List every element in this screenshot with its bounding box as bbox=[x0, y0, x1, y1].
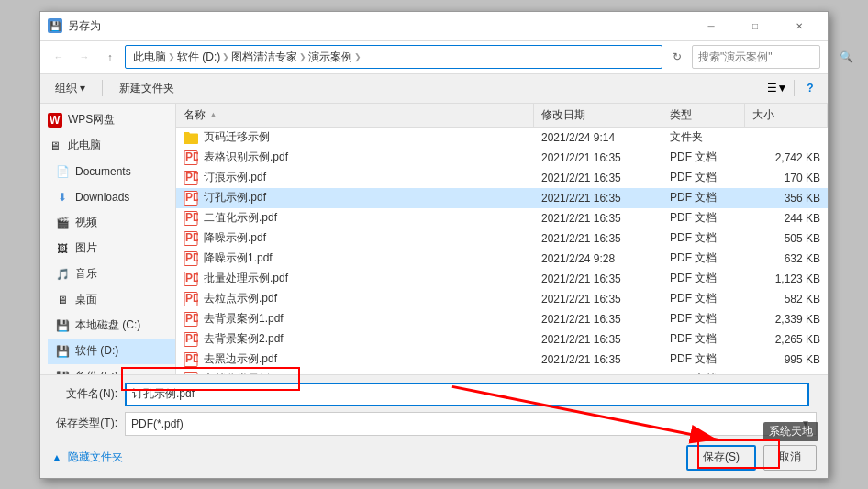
pdf-icon: PDF bbox=[184, 251, 198, 266]
table-row[interactable]: PDF 去背景案例2.pdf 2021/2/21 16:35 PDF 文档 2,… bbox=[176, 329, 828, 350]
search-box[interactable]: 🔍 bbox=[692, 45, 820, 69]
help-button[interactable]: ? bbox=[800, 78, 820, 98]
close-button[interactable]: ✕ bbox=[778, 11, 820, 40]
sidebar-label-videos: 视频 bbox=[75, 215, 97, 230]
col-header-size[interactable]: 大小 bbox=[745, 104, 828, 127]
up-button[interactable]: ↑ bbox=[99, 46, 121, 68]
sidebar-item-downloads[interactable]: ⬇ Downloads bbox=[48, 184, 175, 210]
new-folder-button[interactable]: 新建文件夹 bbox=[112, 77, 182, 99]
videos-icon: 🎬 bbox=[55, 216, 70, 230]
table-row[interactable]: 页码迁移示例 2021/2/24 9:14 文件夹 bbox=[176, 128, 828, 148]
file-name: PDF 去背景案例2.pdf bbox=[176, 329, 534, 350]
filetype-select[interactable]: PDF(*.pdf) ▼ bbox=[125, 412, 817, 436]
file-size: 2,339 KB bbox=[745, 309, 828, 329]
filename-input[interactable] bbox=[125, 383, 809, 406]
table-row[interactable]: PDF 去黑边示例.pdf 2021/2/21 16:35 PDF 文档 995… bbox=[176, 350, 828, 370]
table-row[interactable]: PDF 订孔示例.pdf 2021/2/21 16:35 PDF 文档 356 … bbox=[176, 188, 828, 208]
pdf-icon: PDF bbox=[184, 171, 198, 185]
file-name: PDF 去黑边示例.pdf bbox=[176, 350, 534, 370]
maximize-button[interactable]: □ bbox=[734, 11, 776, 40]
hide-files-label: 隐藏文件夹 bbox=[68, 450, 123, 465]
sidebar-item-backup-e[interactable]: 💾 备份 (E:) bbox=[48, 364, 175, 374]
hide-files-arrow-icon: ▲ bbox=[51, 451, 62, 464]
folder-icon bbox=[184, 130, 198, 145]
path-folder: 演示案例 bbox=[308, 50, 352, 65]
organize-button[interactable]: 组织 ▾ bbox=[48, 77, 93, 99]
refresh-button[interactable]: ↻ bbox=[666, 46, 688, 68]
svg-text:PDF: PDF bbox=[185, 150, 198, 163]
col-header-date[interactable]: 修改日期 bbox=[534, 104, 662, 127]
file-date: 2021/2/21 16:35 bbox=[534, 228, 662, 249]
file-name: PDF 批量处理示例.pdf bbox=[176, 269, 534, 289]
save-button[interactable]: 保存(S) bbox=[686, 445, 756, 471]
search-input[interactable] bbox=[698, 50, 836, 63]
table-row[interactable]: PDF 去粒点示例.pdf 2021/2/21 16:35 PDF 文档 582… bbox=[176, 289, 828, 309]
address-bar: ← → ↑ 此电脑 ❯ 软件 (D:) ❯ 图档清洁专家 ❯ 演示案例 ❯ ↻ … bbox=[40, 41, 828, 74]
pc-icon: 🖥 bbox=[48, 139, 62, 153]
file-size bbox=[745, 128, 828, 148]
address-path[interactable]: 此电脑 ❯ 软件 (D:) ❯ 图档清洁专家 ❯ 演示案例 ❯ bbox=[125, 45, 662, 69]
desktop-icon: 🖥 bbox=[55, 293, 70, 307]
sidebar-item-pictures[interactable]: 🖼 图片 bbox=[48, 236, 175, 261]
sidebar-item-videos[interactable]: 🎬 视频 bbox=[48, 210, 175, 236]
svg-text:PDF: PDF bbox=[185, 251, 198, 264]
sidebar-item-thispc[interactable]: 🖥 此电脑 bbox=[40, 133, 175, 159]
sidebar-label-thispc: 此电脑 bbox=[68, 138, 101, 153]
table-row[interactable]: PDF 降噪示例1.pdf 2021/2/24 9:28 PDF 文档 632 … bbox=[176, 249, 828, 269]
table-row[interactable]: PDF 表格识别示例.pdf 2021/2/21 16:35 PDF 文档 2,… bbox=[176, 148, 828, 168]
bottom-actions: ▲ 隐藏文件夹 保存(S) 取消 bbox=[51, 441, 817, 471]
window-controls: ─ □ ✕ bbox=[690, 11, 820, 40]
file-type: PDF 文档 bbox=[662, 289, 745, 309]
table-row[interactable]: PDF 批量处理示例.pdf 2021/2/21 16:35 PDF 文档 1,… bbox=[176, 269, 828, 289]
pdf-icon: PDF bbox=[184, 211, 198, 226]
file-type: PDF 文档 bbox=[662, 208, 745, 228]
pdf-icon: PDF bbox=[184, 292, 198, 306]
table-row[interactable]: PDF 降噪示例.pdf 2021/2/21 16:35 PDF 文档 505 … bbox=[176, 228, 828, 249]
sidebar-label-desktop: 桌面 bbox=[75, 292, 97, 307]
table-row[interactable]: PDF 去背景案例1.pdf 2021/2/21 16:35 PDF 文档 2,… bbox=[176, 309, 828, 329]
file-size: 170 KB bbox=[745, 168, 828, 188]
file-name: PDF 二值化示例.pdf bbox=[176, 208, 534, 228]
col-header-type[interactable]: 类型 bbox=[662, 104, 745, 127]
back-button[interactable]: ← bbox=[48, 46, 70, 68]
sidebar-label-music: 音乐 bbox=[75, 266, 97, 282]
sidebar-item-documents[interactable]: 📄 Documents bbox=[48, 159, 175, 184]
file-type: PDF 文档 bbox=[662, 228, 745, 249]
dialog-icon: 💾 bbox=[48, 18, 62, 33]
select-arrow-icon: ▼ bbox=[801, 418, 810, 428]
sidebar-item-local-c[interactable]: 💾 本地磁盘 (C:) bbox=[48, 313, 175, 339]
sidebar-label-docs: Documents bbox=[75, 165, 131, 178]
file-name: PDF 降噪示例.pdf bbox=[176, 228, 534, 249]
table-row[interactable]: PDF 订痕示例.pdf 2021/2/21 16:35 PDF 文档 170 … bbox=[176, 168, 828, 188]
file-date: 2021/2/21 16:35 bbox=[534, 269, 662, 289]
minimize-button[interactable]: ─ bbox=[690, 11, 732, 40]
file-list-container: 名称 ▲ 修改日期 类型 大小 页码迁移示例 2021/2/24 9:14 bbox=[176, 104, 828, 374]
file-type: PDF 文档 bbox=[662, 168, 745, 188]
table-row[interactable]: PDF 二值化示例.pdf 2021/2/21 16:35 PDF 文档 244… bbox=[176, 208, 828, 228]
pdf-icon: PDF bbox=[184, 332, 198, 347]
svg-text:PDF: PDF bbox=[185, 231, 198, 244]
file-name: PDF 去粒点示例.pdf bbox=[176, 289, 534, 309]
sidebar-group: 📄 Documents ⬇ Downloads 🎬 视频 🖼 图片 🎵 bbox=[40, 159, 175, 374]
file-date: 2021/2/21 16:35 bbox=[534, 168, 662, 188]
sidebar-label-pics: 图片 bbox=[75, 240, 97, 256]
forward-button[interactable]: → bbox=[73, 46, 95, 68]
toolbar-separator bbox=[102, 80, 103, 96]
file-size: 356 KB bbox=[745, 188, 828, 208]
save-dialog: 💾 另存为 ─ □ ✕ ← → ↑ 此电脑 ❯ 软件 (D:) ❯ 图档清洁专家… bbox=[39, 11, 829, 479]
sidebar-item-desktop[interactable]: 🖥 桌面 bbox=[48, 287, 175, 313]
col-header-name[interactable]: 名称 ▲ bbox=[176, 104, 534, 127]
pdf-icon: PDF bbox=[184, 272, 198, 286]
sidebar-item-wps[interactable]: W WPS网盘 bbox=[40, 107, 175, 133]
file-type: 文件夹 bbox=[662, 128, 745, 148]
filetype-label: 保存类型(T): bbox=[51, 416, 117, 431]
hide-files-toggle[interactable]: ▲ 隐藏文件夹 bbox=[51, 450, 123, 465]
svg-text:PDF: PDF bbox=[185, 352, 198, 365]
file-name: PDF 订痕示例.pdf bbox=[176, 168, 534, 188]
view-button[interactable]: ☰▼ bbox=[766, 77, 788, 99]
file-date: 2021/2/24 9:14 bbox=[534, 128, 662, 148]
filetype-value: PDF(*.pdf) bbox=[131, 417, 184, 430]
sidebar-item-music[interactable]: 🎵 音乐 bbox=[48, 261, 175, 287]
sidebar-item-soft-d[interactable]: 💾 软件 (D:) bbox=[48, 339, 175, 364]
cancel-button[interactable]: 取消 bbox=[763, 445, 817, 471]
